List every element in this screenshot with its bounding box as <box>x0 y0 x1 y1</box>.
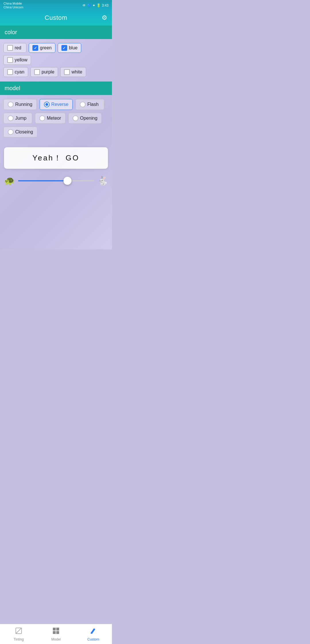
carrier2: China Unicom <box>3 5 23 9</box>
time: 3:43 <box>102 3 108 7</box>
slider-fill <box>18 180 67 181</box>
checkbox-yellow[interactable]: ✓ <box>7 57 13 63</box>
color-label-green: green <box>40 45 52 51</box>
app-title: Custom <box>45 14 67 22</box>
model-option-closeing[interactable]: Closeing <box>3 127 37 137</box>
color-section-header: color <box>0 26 112 39</box>
model-label-opening: Opening <box>80 116 98 121</box>
go-button-wrapper: Yeah！ GO <box>0 143 112 173</box>
slider-track <box>18 180 94 181</box>
model-option-opening[interactable]: Opening <box>68 113 102 124</box>
slider-thumb[interactable] <box>63 177 71 185</box>
model-section-header: model <box>0 82 112 95</box>
checkbox-red[interactable]: ✓ <box>7 45 13 51</box>
color-label-white: white <box>71 69 82 75</box>
settings-icon[interactable]: ⚙ <box>102 14 107 22</box>
model-label-closeing: Closeing <box>15 129 33 135</box>
model-option-jump[interactable]: Jump <box>3 113 32 124</box>
color-chip-yellow[interactable]: ✓ yellow <box>3 55 31 65</box>
go-button[interactable]: Yeah！ GO <box>4 147 108 169</box>
radio-reverse[interactable] <box>44 102 50 107</box>
model-row-3: Closeing <box>3 127 108 137</box>
app-header: Custom ⚙ <box>0 10 112 26</box>
color-chip-blue[interactable]: ✓ blue <box>58 43 81 53</box>
main-content: color ✓ red ✓ green ✓ blue <box>0 26 112 249</box>
slow-icon: 🐢 <box>4 176 15 186</box>
model-label-running: Running <box>15 102 32 107</box>
radio-opening[interactable] <box>73 115 78 121</box>
color-label-red: red <box>15 45 21 51</box>
model-section: Running Reverse Flash Jump <box>0 95 112 143</box>
model-label-jump: Jump <box>15 116 26 121</box>
carrier1: China Mobile <box>3 2 23 5</box>
radio-meteor[interactable] <box>39 115 45 121</box>
bluetooth-icon: ✦ <box>92 3 95 7</box>
model-row-1: Running Reverse Flash <box>3 99 108 110</box>
checkbox-cyan[interactable]: ✓ <box>7 69 13 75</box>
radio-jump[interactable] <box>8 115 13 121</box>
model-option-meteor[interactable]: Meteor <box>35 113 65 124</box>
color-chip-red[interactable]: ✓ red <box>3 43 26 53</box>
radio-dot-reverse <box>45 103 48 106</box>
model-option-running[interactable]: Running <box>3 99 37 110</box>
color-label-blue: blue <box>69 45 78 51</box>
battery-icon: 🔋 <box>96 3 101 7</box>
color-row-2: ✓ cyan ✓ purple ✓ white <box>3 67 108 77</box>
model-option-reverse[interactable]: Reverse <box>40 99 73 110</box>
color-label-purple: purple <box>42 69 54 75</box>
color-chip-cyan[interactable]: ✓ cyan <box>3 67 28 77</box>
status-bar: China Mobile China Unicom 👁 🔷 ✦ 🔋 3:43 <box>0 0 112 10</box>
carrier-info: China Mobile China Unicom <box>3 2 23 9</box>
checkbox-blue[interactable]: ✓ <box>61 45 67 51</box>
model-option-flash[interactable]: Flash <box>75 99 104 110</box>
radio-flash[interactable] <box>80 102 86 107</box>
check-green: ✓ <box>34 46 37 50</box>
nfc-icon: 🔷 <box>87 3 91 7</box>
speed-slider-section: 🐢 🐇 <box>0 173 112 193</box>
color-chip-white[interactable]: ✓ white <box>60 67 86 77</box>
model-label-reverse: Reverse <box>51 102 69 107</box>
checkbox-purple[interactable]: ✓ <box>34 69 40 75</box>
check-blue: ✓ <box>63 46 66 50</box>
checkbox-white[interactable]: ✓ <box>64 69 70 75</box>
model-label-flash: Flash <box>87 102 98 107</box>
color-chip-purple[interactable]: ✓ purple <box>30 67 58 77</box>
color-label-cyan: cyan <box>15 69 24 75</box>
eye-icon: 👁 <box>82 3 86 7</box>
fast-icon: 🐇 <box>97 176 108 186</box>
radio-running[interactable] <box>8 102 13 107</box>
color-section: ✓ red ✓ green ✓ blue ✓ yellow <box>0 39 112 82</box>
model-label-meteor: Meteor <box>47 116 61 121</box>
color-chip-green[interactable]: ✓ green <box>29 43 55 53</box>
status-icons: 👁 🔷 ✦ 🔋 3:43 <box>82 3 108 7</box>
color-row-1: ✓ red ✓ green ✓ blue ✓ yellow <box>3 43 108 65</box>
radio-closeing[interactable] <box>8 129 13 135</box>
checkbox-green[interactable]: ✓ <box>32 45 38 51</box>
model-row-2: Jump Meteor Opening <box>3 113 108 124</box>
slider-track-wrapper <box>18 176 94 185</box>
color-label-yellow: yellow <box>15 57 27 63</box>
